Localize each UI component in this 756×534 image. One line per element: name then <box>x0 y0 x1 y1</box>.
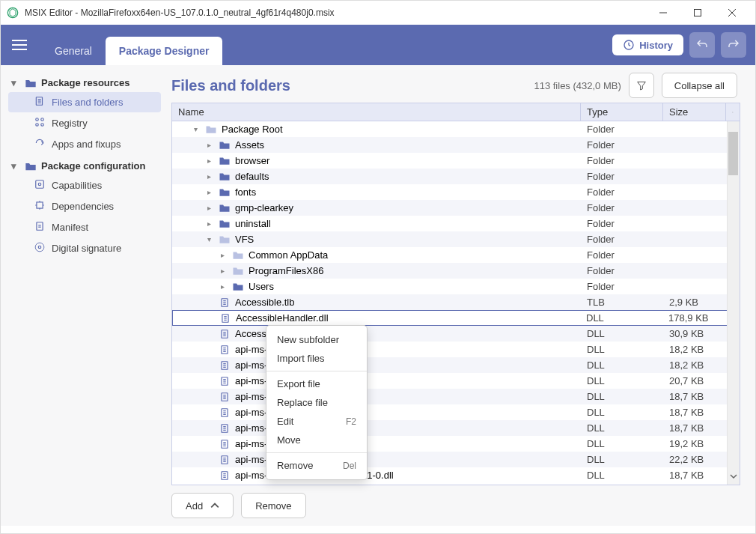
expand-icon[interactable]: ▾ <box>204 235 214 243</box>
table-row[interactable]: ▸AssetsFolder <box>172 137 740 153</box>
remove-button[interactable]: Remove <box>241 493 305 518</box>
sidebar-item-capabilities[interactable]: Capabilities <box>8 175 161 195</box>
expand-icon[interactable]: ▸ <box>204 172 214 180</box>
table-row[interactable]: api-ms-win-cDLL18,7 KB <box>172 420 740 436</box>
table-row[interactable]: ▸UsersFolder <box>172 279 740 294</box>
col-size[interactable]: Size <box>663 103 726 121</box>
table-row[interactable]: ▸defaultsFolder <box>172 169 740 184</box>
table-row[interactable]: ▾VFSFolder <box>172 231 740 247</box>
ctx-label: Replace file <box>277 397 328 408</box>
expand-icon[interactable]: ▸ <box>217 267 228 275</box>
scrollbar[interactable] <box>727 121 740 485</box>
row-name: AccessibleHandler.dll <box>236 312 329 324</box>
row-size: 18,2 KB <box>663 359 726 371</box>
ctx-export-file[interactable]: Export file <box>266 374 367 393</box>
sidebar-item-files-folders[interactable]: Files and folders <box>8 92 161 112</box>
folder-icon <box>232 250 244 260</box>
table-row[interactable]: ▸fontsFolder <box>172 184 740 200</box>
expand-icon[interactable]: ▸ <box>204 219 214 228</box>
table-row[interactable]: AccessibleHandler.dllDLL178,9 KB <box>172 310 740 326</box>
table-row[interactable]: ▸ProgramFilesX86Folder <box>172 263 740 279</box>
sidebar-item-signature[interactable]: Digital signature <box>8 238 161 258</box>
sidebar-item-label: Dependencies <box>52 201 114 212</box>
sidebar-item-registry[interactable]: Registry <box>8 113 161 133</box>
row-size: 178,9 KB <box>662 312 725 324</box>
folder-icon <box>219 172 231 181</box>
maximize-button[interactable] <box>680 1 715 25</box>
chevron-down-icon: ▾ <box>11 77 20 88</box>
tab-package-designer[interactable]: Package Designer <box>106 37 223 65</box>
table-row[interactable]: ▸Common AppDataFolder <box>172 247 740 263</box>
sidebar-item-apps-fixups[interactable]: Apps and fixups <box>8 134 161 154</box>
ctx-remove[interactable]: RemoveDel <box>266 456 367 475</box>
ctx-replace-file[interactable]: Replace file <box>266 393 367 412</box>
table-row[interactable]: ▸uninstallFolder <box>172 216 740 231</box>
svg-point-27 <box>38 246 41 249</box>
chevron-up-icon <box>210 501 219 510</box>
filter-button[interactable] <box>629 73 654 98</box>
table-row[interactable]: ▾Package RootFolder <box>172 121 740 137</box>
ctx-new-subfolder[interactable]: New subfolder <box>266 330 367 349</box>
row-type: Folder <box>581 281 663 292</box>
expand-icon[interactable]: ▸ <box>217 251 228 259</box>
scrollbar-thumb[interactable] <box>728 132 738 175</box>
table-row[interactable]: api-ms-win-cDLL22,2 KB <box>172 452 740 467</box>
row-type: Folder <box>581 249 663 261</box>
ribbon-tabs: General Package Designer <box>41 25 222 65</box>
sidebar-item-dependencies[interactable]: Dependencies <box>8 196 161 216</box>
row-type: DLL <box>581 344 663 355</box>
sidebar-group-resources[interactable]: ▾ Package resources <box>5 74 164 91</box>
table-row[interactable]: api-ms-win-cDLL18,7 KB <box>172 404 740 420</box>
undo-button[interactable] <box>689 32 715 58</box>
table-row[interactable]: AccessibleMaDLL30,9 KB <box>172 326 740 342</box>
row-type: DLL <box>581 422 663 434</box>
svg-rect-17 <box>36 180 44 189</box>
chevron-down-icon <box>730 473 737 480</box>
folder-icon <box>205 124 217 134</box>
titlebar: MSIX Editor - MozillaFirefoxx64en-US_107… <box>1 1 755 25</box>
scroll-down-button[interactable] <box>728 470 740 483</box>
close-button[interactable] <box>715 1 749 25</box>
table-row[interactable]: api-ms-win-cDLL18,2 KB <box>172 342 740 357</box>
apps-icon <box>34 138 46 151</box>
expand-icon[interactable]: ▸ <box>217 282 228 291</box>
expand-icon[interactable]: ▸ <box>204 157 214 165</box>
table-row[interactable]: ▸browserFolder <box>172 153 740 169</box>
hamburger-button[interactable] <box>8 34 31 56</box>
expand-icon[interactable]: ▾ <box>190 125 201 133</box>
ctx-edit[interactable]: EditF2 <box>266 412 367 431</box>
table-body[interactable]: ▾Package RootFolder▸AssetsFolder▸browser… <box>172 121 740 485</box>
expand-icon[interactable]: ▸ <box>204 141 214 149</box>
ctx-label: Edit <box>277 416 293 427</box>
sidebar-group-configuration[interactable]: ▾ Package configuration <box>5 157 164 175</box>
ctx-import-files[interactable]: Import files <box>266 349 367 368</box>
ctx-shortcut: Del <box>343 461 356 471</box>
clock-icon <box>623 39 635 51</box>
dependencies-icon <box>34 200 46 213</box>
row-name: defaults <box>235 171 269 182</box>
table-row[interactable]: Accessible.tlbTLB2,9 KB <box>172 294 740 310</box>
table-row[interactable]: ▸gmp-clearkeyFolder <box>172 200 740 216</box>
row-type: Folder <box>581 265 663 276</box>
add-button[interactable]: Add <box>171 493 234 518</box>
table-row[interactable]: api-ms-win-cDLL18,2 KB <box>172 357 740 373</box>
minimize-button[interactable] <box>646 1 680 25</box>
expand-icon[interactable]: ▸ <box>204 188 214 196</box>
undo-icon <box>695 38 709 52</box>
history-button[interactable]: History <box>612 34 683 55</box>
redo-button[interactable] <box>721 32 746 58</box>
sidebar-item-manifest[interactable]: Manifest <box>8 217 161 237</box>
scroll-up-button[interactable] <box>726 103 740 121</box>
table-row[interactable]: api-ms-win-cDLL18,7 KB <box>172 389 740 404</box>
file-icon <box>219 329 231 339</box>
collapse-all-button[interactable]: Collapse all <box>662 73 737 98</box>
tab-general[interactable]: General <box>41 37 106 65</box>
expand-icon[interactable]: ▸ <box>204 204 214 212</box>
table-row[interactable]: api-ms-win-cDLL20,7 KB <box>172 373 740 389</box>
col-type[interactable]: Type <box>581 103 663 121</box>
svg-point-14 <box>41 118 44 121</box>
table-row[interactable]: api-ms-win-crt-environment-l1-1-0.dllDLL… <box>172 467 740 483</box>
col-name[interactable]: Name <box>172 103 581 121</box>
table-row[interactable]: api-ms-win-cDLL19,2 KB <box>172 436 740 452</box>
ctx-move[interactable]: Move <box>266 431 367 449</box>
